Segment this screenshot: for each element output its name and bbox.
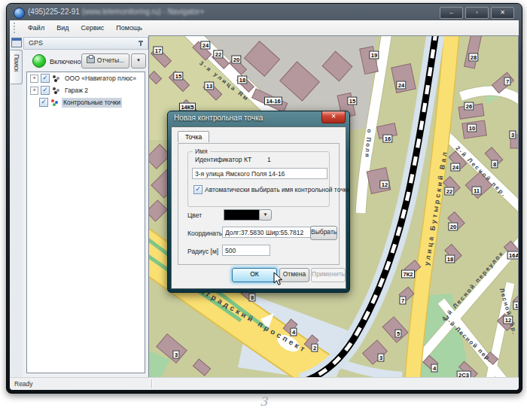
building-label: 10 [467, 124, 477, 132]
menu-item-4[interactable]: Помощь [110, 20, 148, 35]
building-label: 7К2 [401, 270, 415, 278]
expand-icon[interactable]: + [30, 75, 38, 83]
building-label: 4 [290, 328, 297, 336]
auto-name-checkbox[interactable]: ✓ [193, 185, 203, 194]
apply-button[interactable]: Применить [311, 268, 346, 282]
building-label: 5 [394, 330, 401, 338]
tree-checkbox[interactable]: ✓ [41, 86, 50, 95]
tree-checkbox[interactable]: ✓ [39, 98, 48, 107]
building-label: 3 [377, 354, 384, 362]
tree-item-1[interactable]: +✓ООО «Навигатор плюс» [27, 72, 145, 84]
building-label: 7 [399, 297, 406, 305]
dialog-body: Точка Имя Идентификатор КТ 1 ✓ Автоматич… [171, 126, 346, 289]
tree-item-3[interactable]: ✓Контрольные точки [27, 96, 145, 108]
mouse-cursor [273, 272, 283, 286]
expand-icon[interactable]: + [30, 87, 38, 95]
chevron-down-icon: ▼ [264, 212, 268, 217]
tab-search[interactable]: Поиск [11, 50, 23, 84]
tab-page: Имя Идентификатор КТ 1 ✓ Автоматически в… [178, 143, 340, 265]
printer-icon [87, 56, 95, 63]
building-label: 12 [379, 181, 389, 189]
status-led [32, 54, 46, 68]
color-dropdown-button[interactable]: ▼ [259, 209, 272, 221]
object-tree: +✓ООО «Навигатор плюс»+✓Гараж 2✓Контроль… [26, 72, 145, 373]
id-value: 1 [267, 156, 271, 163]
check-icon: ✓ [195, 185, 201, 193]
building-label: 11 [472, 187, 482, 195]
ok-button[interactable]: ОК [232, 268, 277, 282]
select-coords-button[interactable]: Выбрать [310, 226, 337, 240]
tree-item-label: Контрольные точки [62, 98, 122, 108]
app-icon [14, 8, 25, 19]
building-label: 16А [507, 251, 519, 260]
gps-panel-title: GPS [29, 39, 43, 47]
status-text: Ready [14, 380, 33, 388]
building-label: 14К5 [179, 103, 196, 111]
building-label: 24 [450, 163, 460, 172]
building-label: 2 [311, 344, 318, 352]
cancel-button[interactable]: Отмена [279, 268, 309, 282]
building-label: 22 [444, 187, 454, 196]
window-title: (495)225-22-91 (www.telemonitoring.ru) -… [28, 8, 204, 16]
menu-item-3[interactable]: Сервис [75, 20, 110, 35]
tab-search-label: Поиск [13, 54, 20, 72]
building-label: 3 [509, 131, 516, 139]
building-label: 17 [153, 47, 163, 55]
id-label: Идентификатор КТ [195, 156, 251, 163]
coords-input[interactable] [222, 227, 320, 238]
title-bar[interactable]: (495)225-22-91 (www.telemonitoring.ru) -… [7, 4, 522, 20]
building-label: 16 [382, 135, 392, 143]
maximize-button[interactable]: ▫ [465, 7, 489, 19]
coords-label: Координаты [187, 230, 224, 237]
vehicle-group-icon [52, 75, 61, 83]
close-button[interactable]: ✕ [491, 7, 514, 19]
new-control-point-dialog: Новая контрольная точка ✕ Точка Имя Иден… [167, 111, 350, 293]
building-label: 4 [431, 364, 437, 373]
building-label: 28 [468, 53, 478, 62]
building-label: 8 [491, 160, 498, 169]
gps-panel-header[interactable]: GPS [23, 37, 148, 50]
page-number: 3 [0, 394, 527, 409]
radius-input[interactable] [222, 245, 270, 256]
building-label: 20 [231, 56, 241, 64]
tree-item-2[interactable]: +✓Гараж 2 [27, 84, 145, 96]
tree-item-label: ООО «Навигатор плюс» [63, 74, 138, 84]
menu-item-1[interactable]: Файл [22, 20, 50, 35]
window-title-blurred: (www.telemonitoring.ru) - Navigator+ [80, 8, 204, 16]
building-label: 8 [248, 294, 255, 302]
dialog-title: Новая контрольная точка [174, 114, 263, 122]
color-label: Цвет [187, 212, 202, 219]
building-label: 15 [347, 97, 357, 105]
status-bar: Ready [10, 377, 519, 390]
menu-item-2[interactable]: Вид [50, 20, 75, 35]
chevron-down-icon: ▼ [136, 58, 141, 62]
dock-strip: Поиск [10, 35, 23, 378]
menu-bar: ФайлВидСервисПомощь [10, 20, 519, 36]
point-name-input[interactable] [192, 168, 327, 179]
status-divider [151, 379, 152, 388]
name-group-legend: Имя [193, 148, 210, 155]
building-label: 26 [464, 102, 474, 111]
tab-point[interactable]: Точка [178, 131, 209, 142]
pin-icon[interactable] [138, 40, 144, 47]
reports-dropdown-button[interactable]: ▼ [131, 53, 146, 68]
building-label: 20 [448, 223, 458, 231]
color-swatch[interactable] [224, 209, 260, 221]
minimize-button[interactable]: – [440, 7, 463, 19]
status-led-label: Включено [50, 58, 81, 65]
building-label: 7 [504, 78, 510, 86]
dialog-close-button[interactable]: ✕ [321, 111, 346, 123]
building-label: 1 [513, 302, 519, 310]
toolbar-grip[interactable] [14, 23, 17, 33]
building-label: 18 [445, 255, 455, 263]
building-label: 18 [237, 76, 247, 84]
building-label: 14-16 [264, 97, 282, 105]
gps-panel: GPS Включено Отчеты... ▼ +✓ООО «Навигато… [23, 35, 149, 378]
building-label: 3 [172, 351, 179, 359]
building-label: 12 [503, 316, 513, 324]
building-label: 24 [200, 41, 210, 50]
tree-checkbox[interactable]: ✓ [41, 74, 50, 83]
auto-name-label: Автоматически выбирать имя контрольной т… [205, 186, 350, 193]
building-label: 22 [213, 50, 223, 59]
reports-button[interactable]: Отчеты... [81, 53, 129, 68]
